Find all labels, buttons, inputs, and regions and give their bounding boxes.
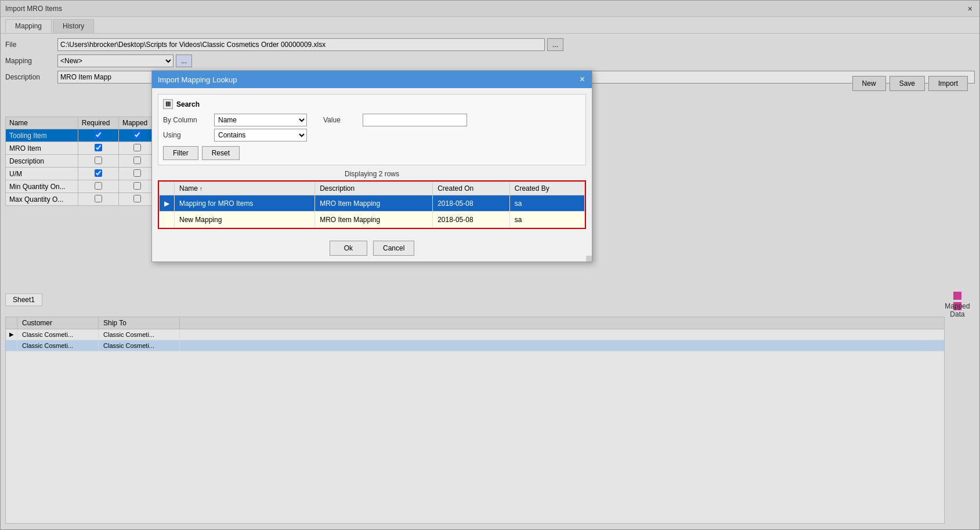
resize-handle[interactable] xyxy=(586,256,592,262)
filter-button[interactable]: Filter xyxy=(163,146,198,160)
result-createdby-1: sa xyxy=(509,212,584,228)
modal-body: ⊞ Search By Column Name Value Using Cont… xyxy=(152,88,592,235)
import-mapping-lookup-dialog: Import Mapping Lookup × ⊞ Search By Colu… xyxy=(151,70,592,262)
by-column-select[interactable]: Name xyxy=(214,114,307,126)
result-arrow-0: ▶ xyxy=(160,195,175,212)
search-value-input[interactable] xyxy=(363,114,467,126)
modal-overlay: Import Mapping Lookup × ⊞ Search By Colu… xyxy=(1,1,980,530)
results-col-createdby[interactable]: Created By xyxy=(509,182,584,195)
table-row[interactable]: ▶ Mapping for MRO Items MRO Item Mapping… xyxy=(160,195,585,212)
modal-title-bar: Import Mapping Lookup × xyxy=(152,71,592,88)
result-arrow-1 xyxy=(160,212,175,228)
results-col-description[interactable]: Description xyxy=(315,182,433,195)
result-description-1: MRO Item Mapping xyxy=(315,212,433,228)
cancel-button[interactable]: Cancel xyxy=(373,241,414,256)
search-title: ⊞ Search xyxy=(163,99,581,109)
by-column-label: By Column xyxy=(163,116,209,124)
reset-button[interactable]: Reset xyxy=(202,146,240,160)
ok-button[interactable]: Ok xyxy=(330,241,367,256)
search-section: ⊞ Search By Column Name Value Using Cont… xyxy=(158,94,586,165)
search-grid: By Column Name Value Using Contains xyxy=(163,114,581,141)
result-name-1: New Mapping xyxy=(175,212,315,228)
results-col-arrow xyxy=(160,182,175,195)
results-col-createdon[interactable]: Created On xyxy=(433,182,510,195)
result-createdby-0: sa xyxy=(509,195,584,212)
modal-footer: Ok Cancel xyxy=(152,235,592,262)
results-table-container: Name Description Created On Created By ▶… xyxy=(158,180,586,229)
result-description-0: MRO Item Mapping xyxy=(315,195,433,212)
using-select[interactable]: Contains xyxy=(214,129,307,141)
main-window: Import MRO Items × Mapping History File … xyxy=(0,0,980,530)
search-buttons: Filter Reset xyxy=(163,146,581,160)
result-createdon-0: 2018-05-08 xyxy=(433,195,510,212)
using-label: Using xyxy=(163,131,209,139)
modal-title: Import Mapping Lookup xyxy=(158,75,237,84)
modal-close-button[interactable]: × xyxy=(578,74,586,85)
table-row[interactable]: New Mapping MRO Item Mapping 2018-05-08 … xyxy=(160,212,585,228)
result-createdon-1: 2018-05-08 xyxy=(433,212,510,228)
results-info: Displaying 2 rows xyxy=(158,170,586,178)
result-name-0: Mapping for MRO Items xyxy=(175,195,315,212)
results-col-name[interactable]: Name xyxy=(175,182,315,195)
results-table: Name Description Created On Created By ▶… xyxy=(159,181,585,228)
value-label: Value xyxy=(323,116,358,124)
search-icon: ⊞ xyxy=(163,99,173,109)
